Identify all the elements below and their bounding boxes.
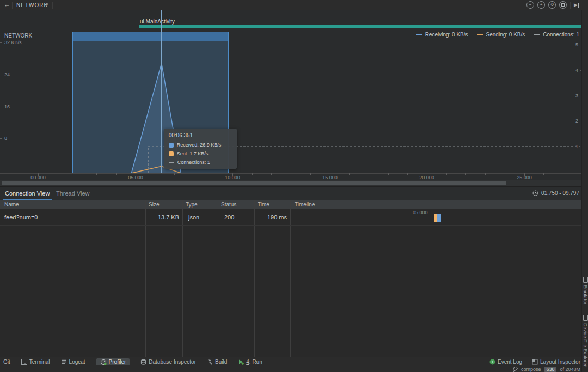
tab-thread-view[interactable]: Thread View xyxy=(56,190,90,197)
x-axis-tick xyxy=(388,173,389,175)
x-axis-tick xyxy=(465,173,466,175)
x-axis-tick xyxy=(174,173,175,175)
git-branch-name[interactable]: compose xyxy=(521,367,541,372)
x-axis-tick xyxy=(252,173,253,175)
col-header-status[interactable]: Status xyxy=(221,202,236,208)
reset-zoom-icon[interactable]: ↺ xyxy=(548,1,556,9)
toolwin-logcat[interactable]: Logcat xyxy=(61,359,85,365)
x-axis-tick xyxy=(213,173,213,175)
toolwin-database-inspector[interactable]: Database Inspector xyxy=(140,359,196,365)
tab-connection-view[interactable]: Connection View xyxy=(5,190,50,197)
x-axis-tick xyxy=(155,173,155,175)
connections-chip-icon xyxy=(169,162,174,163)
timeline-scrollbar xyxy=(0,180,588,186)
stripe-emulator[interactable]: Emulator xyxy=(582,277,588,304)
x-axis-tick xyxy=(485,173,486,175)
git-branch-icon xyxy=(513,367,518,372)
memory-used[interactable]: 638 xyxy=(544,367,556,372)
cell-type: json xyxy=(188,214,199,221)
x-axis-tick xyxy=(291,173,291,175)
x-axis-tick xyxy=(543,173,544,175)
svg-text:1: 1 xyxy=(492,360,494,364)
toolbar-separator xyxy=(52,2,53,9)
selected-range-label: 01.750 - 09.797 xyxy=(532,190,579,196)
run-play-icon xyxy=(238,359,244,365)
connections-table: Name Size Type Status Time Timeline 05.0… xyxy=(0,200,588,357)
profiler-icon xyxy=(100,359,107,365)
stripe-device-file-explorer[interactable]: Device File Explorer xyxy=(582,315,588,367)
cell-name: feed?num=0 xyxy=(4,214,38,221)
layout-inspector-icon xyxy=(532,359,538,365)
terminal-icon xyxy=(21,359,27,365)
cell-time: 190 ms xyxy=(254,214,287,221)
tooltip-time: 00:06.351 xyxy=(169,132,232,138)
x-axis-tick xyxy=(349,173,350,175)
network-timeline-chart: ui.MainActivity Receiving: 0 KB/s Sendin… xyxy=(0,10,588,180)
database-icon xyxy=(140,359,146,365)
received-portion xyxy=(437,214,440,222)
x-axis-tick xyxy=(77,173,77,175)
request-timeline-marker[interactable] xyxy=(434,214,441,222)
toolwin-build[interactable]: Build xyxy=(207,359,227,365)
x-axis-tick xyxy=(563,173,564,175)
x-axis-tick xyxy=(369,173,369,175)
device-file-explorer-icon xyxy=(583,315,588,321)
toolwin-run[interactable]: 4: Run xyxy=(238,359,262,365)
zoom-in-icon[interactable]: + xyxy=(537,1,545,9)
sent-chip-icon xyxy=(169,151,174,156)
received-area xyxy=(38,63,580,173)
x-axis-tick xyxy=(96,173,97,175)
clock-icon xyxy=(532,190,538,196)
received-chip-icon xyxy=(169,143,174,148)
series-Sending (KB/s) xyxy=(38,166,580,173)
toolwin-layout-inspector[interactable]: Layout Inspector xyxy=(532,359,580,365)
col-header-time[interactable]: Time xyxy=(258,202,270,208)
series-Receiving (KB/s) xyxy=(38,63,580,173)
emulator-icon xyxy=(583,277,588,283)
network-chart-svg xyxy=(0,10,581,180)
x-axis-tick xyxy=(194,173,194,175)
android-studio-profiler-window: ← NETWORK ▾ − + ↺ ▶ ui.MainActivity Rece… xyxy=(0,0,588,372)
cell-size: 13.7 KB xyxy=(145,214,179,221)
tooltip-received: Received: 26.9 KB/s xyxy=(169,142,232,148)
toolwin-event-log[interactable]: 1 Event Log xyxy=(489,359,522,365)
zoom-controls: − + ↺ ▶ xyxy=(526,1,579,9)
dropdown-arrow-icon[interactable]: ▾ xyxy=(46,2,48,7)
col-header-timeline[interactable]: Timeline xyxy=(295,202,315,208)
x-axis-tick xyxy=(446,173,447,175)
x-axis-tick xyxy=(116,173,117,175)
col-header-size[interactable]: Size xyxy=(149,202,159,208)
right-tool-stripe: Emulator Device File Explorer xyxy=(581,10,588,372)
back-arrow-icon[interactable]: ← xyxy=(4,1,10,8)
tool-window-bar-right: 1 Event Log Layout Inspector xyxy=(489,359,580,365)
table-row[interactable]: feed?num=0 13.7 KB json 200 190 ms xyxy=(0,209,588,226)
x-axis-tick xyxy=(505,173,505,175)
x-axis-tick xyxy=(271,173,272,175)
memory-total: of 2048M xyxy=(560,367,580,372)
logcat-icon xyxy=(61,359,67,365)
jump-to-live-icon[interactable]: ▶ xyxy=(574,2,579,8)
build-hammer-icon xyxy=(207,359,213,365)
playhead-line[interactable] xyxy=(161,10,162,173)
timeline-scrollbar-thumb[interactable] xyxy=(2,181,506,185)
tooltip-sent: Sent: 1.7 KB/s xyxy=(169,151,232,156)
toolwin-terminal[interactable]: Terminal xyxy=(21,359,50,365)
toolwin-git[interactable]: Git xyxy=(3,359,10,365)
chart-tooltip: 00:06.351 Received: 26.9 KB/s Sent: 1.7 … xyxy=(164,129,237,169)
col-header-name[interactable]: Name xyxy=(4,202,19,208)
status-bar: compose 638 of 2048M xyxy=(0,365,588,372)
toolbar-separator xyxy=(570,2,571,9)
zoom-out-icon[interactable]: − xyxy=(526,1,534,9)
toolwin-profiler[interactable]: Profiler xyxy=(96,358,130,366)
x-axis-tick xyxy=(58,173,58,175)
col-header-type[interactable]: Type xyxy=(186,202,198,208)
toolbar-separator xyxy=(12,2,13,9)
timeline-gridline xyxy=(411,209,411,357)
session-selector[interactable]: NETWORK xyxy=(16,2,48,8)
zoom-to-fit-icon[interactable] xyxy=(559,1,567,9)
view-tabs: Connection View Thread View 01.750 - 09.… xyxy=(0,186,588,202)
table-header: Name Size Type Status Time Timeline xyxy=(0,200,588,209)
x-axis-ticks xyxy=(0,173,581,176)
cell-status: 200 xyxy=(224,214,234,221)
profiler-toolbar: ← NETWORK ▾ − + ↺ ▶ xyxy=(0,0,588,11)
